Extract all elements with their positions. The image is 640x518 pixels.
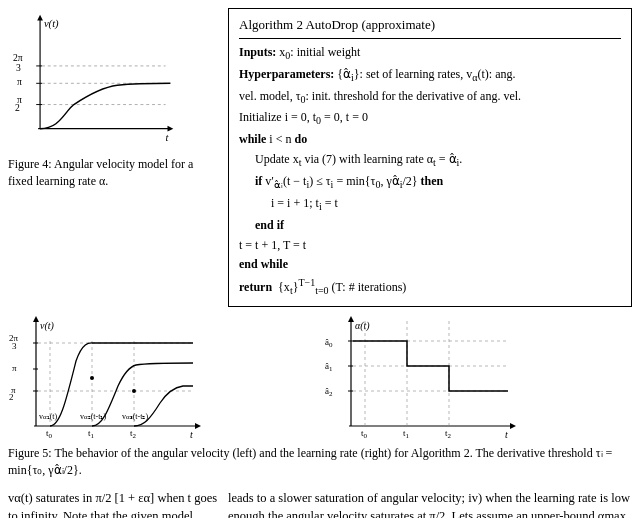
algo-line-9: end if (239, 216, 621, 236)
svg-text:t1: t1 (88, 428, 95, 440)
figure4-caption: Figure 4: Angular velocity model for a f… (8, 156, 220, 190)
svg-text:3: 3 (12, 341, 17, 351)
figures-row: 2π 3 π π 2 v(t) t t0 t1 t2 (0, 307, 640, 441)
svg-text:t2: t2 (445, 428, 452, 440)
figure5-caption: Figure 5: The behavior of the angular ve… (0, 441, 640, 483)
algo-line-5: while i < n do (239, 130, 621, 150)
svg-text:â0: â0 (325, 337, 333, 349)
bottom-right-text: leads to a slower saturation of angular … (228, 489, 632, 518)
algo-line-7: if v′α̂ᵢ(t − ti) ≤ τi = min{τ0, γα̂i/2} … (239, 172, 621, 194)
algorithm-box: Algorithm 2 AutoDrop (approximate) Input… (228, 8, 632, 307)
figure4-container: 2π 3 π π 2 v(t) t Figure 4: Angular velo… (8, 8, 228, 307)
svg-text:vα₃(t-t₂): vα₃(t-t₂) (122, 412, 148, 421)
svg-text:t0: t0 (46, 428, 53, 440)
svg-marker-19 (33, 316, 39, 322)
algo-line-2: Hyperparameters: {α̂i}: set of learning … (239, 65, 621, 87)
algo-name: AutoDrop (approximate) (303, 17, 435, 32)
svg-marker-46 (348, 316, 354, 322)
figure4-graph: 2π 3 π π 2 v(t) t (8, 8, 188, 148)
bottom-left-text: vα(t) saturates in π/2 [1 + εα] when t g… (8, 489, 228, 518)
algo-line-8: i = i + 1; ti = t (239, 194, 621, 216)
algo-line-3: vel. model, τ0: init. threshold for the … (239, 87, 621, 109)
svg-text:t0: t0 (361, 428, 368, 440)
algo-body: Inputs: x0: initial weight Hyperparamete… (239, 43, 621, 300)
algo-line-1: Inputs: x0: initial weight (239, 43, 621, 65)
bottom-text: vα(t) saturates in π/2 [1 + εα] when t g… (0, 483, 640, 518)
figure5-left-graph: 2π 3 π π 2 v(t) t t0 t1 t2 (8, 311, 208, 441)
svg-text:v(t): v(t) (44, 18, 59, 30)
figure5-right-graph: â0 â1 â2 α(t) t t0 t1 t2 (323, 311, 523, 441)
algo-number: Algorithm 2 (239, 17, 303, 32)
algo-line-10: t = t + 1, T = t (239, 236, 621, 256)
svg-text:t: t (166, 132, 170, 143)
algo-title: Algorithm 2 AutoDrop (approximate) (239, 15, 621, 39)
algo-line-4: Initialize i = 0, t0 = 0, t = 0 (239, 108, 621, 130)
page: 2π 3 π π 2 v(t) t Figure 4: Angular velo… (0, 0, 640, 518)
svg-text:3: 3 (16, 62, 21, 73)
svg-text:t: t (190, 429, 193, 440)
svg-marker-47 (510, 423, 516, 429)
figure5-left: 2π 3 π π 2 v(t) t t0 t1 t2 (8, 311, 317, 441)
svg-marker-3 (168, 126, 174, 132)
svg-text:π: π (12, 363, 17, 373)
top-section: 2π 3 π π 2 v(t) t Figure 4: Angular velo… (0, 0, 640, 307)
svg-text:vα₁(t): vα₁(t) (39, 412, 58, 421)
figure5-right: â0 â1 â2 α(t) t t0 t1 t2 (323, 311, 632, 441)
svg-text:α(t): α(t) (355, 320, 370, 332)
svg-text:v(t): v(t) (40, 320, 55, 332)
svg-text:2: 2 (15, 102, 20, 113)
svg-marker-2 (37, 15, 43, 21)
svg-text:π: π (17, 76, 22, 87)
svg-point-42 (90, 376, 94, 380)
algo-line-11: end while (239, 255, 621, 275)
algo-line-6: Update xt via (7) with learning rate αt … (239, 150, 621, 172)
svg-text:2: 2 (9, 392, 14, 402)
svg-text:â1: â1 (325, 361, 333, 373)
svg-text:t2: t2 (130, 428, 137, 440)
svg-text:t: t (505, 429, 508, 440)
algo-line-12: return {xt}T−1t=0 (T: # iterations) (239, 275, 621, 300)
svg-text:vα₂(t-t₁): vα₂(t-t₁) (80, 412, 106, 421)
svg-point-43 (132, 389, 136, 393)
svg-marker-20 (195, 423, 201, 429)
svg-text:â2: â2 (325, 386, 333, 398)
svg-text:t1: t1 (403, 428, 410, 440)
